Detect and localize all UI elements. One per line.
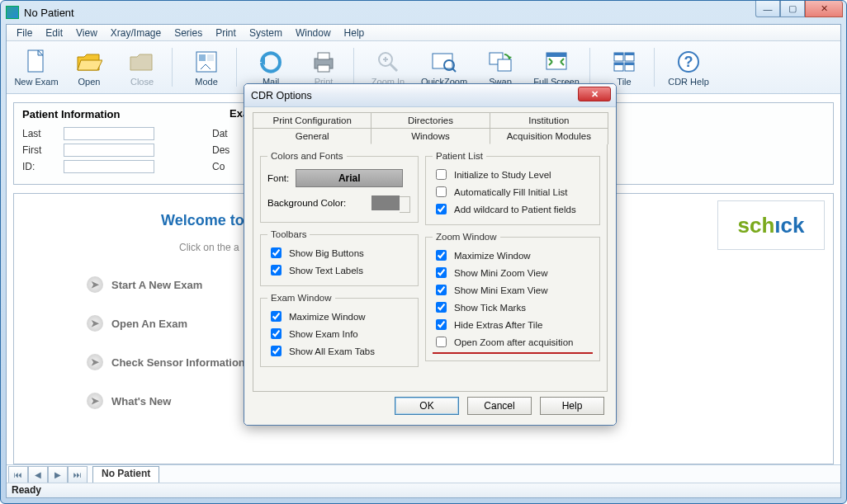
menu-print[interactable]: Print bbox=[209, 26, 243, 40]
tab-general[interactable]: General bbox=[253, 128, 371, 144]
open-icon bbox=[76, 49, 102, 75]
toolbar-close: Close bbox=[116, 43, 168, 92]
checkbox[interactable] bbox=[436, 267, 447, 278]
exam-window-show-all-exam-tabs[interactable]: Show All Exam Tabs bbox=[267, 342, 411, 360]
checkbox[interactable] bbox=[271, 247, 282, 258]
tab-institution[interactable]: Institution bbox=[490, 112, 608, 128]
svg-rect-3 bbox=[207, 54, 214, 61]
text-input[interactable] bbox=[64, 127, 154, 140]
dialog-title: CDR Options bbox=[251, 90, 312, 101]
status-bar: Ready bbox=[7, 483, 840, 497]
toolbar-open[interactable]: Open bbox=[63, 43, 116, 92]
welcome-item-label: Start A New Exam bbox=[111, 279, 202, 291]
help-button[interactable]: Help bbox=[540, 397, 604, 415]
zoom-window-group: Zoom Window Maximize WindowShow Mini Zoo… bbox=[425, 232, 600, 361]
checkbox[interactable] bbox=[436, 319, 447, 330]
menu-system[interactable]: System bbox=[243, 26, 289, 40]
highlight-underline bbox=[433, 352, 593, 354]
checkbox-label: Show All Exam Tabs bbox=[289, 346, 375, 356]
window-title: No Patient bbox=[24, 7, 74, 19]
welcome-item-open-an-exam[interactable]: ➤Open An Exam bbox=[87, 315, 187, 332]
toolbar-label: Open bbox=[78, 77, 101, 87]
checkbox[interactable] bbox=[436, 285, 447, 295]
menu-edit[interactable]: Edit bbox=[39, 26, 69, 40]
patient-list-initialize-to-study-level[interactable]: Initialize to Study Level bbox=[433, 166, 593, 183]
toolbars-show-text-labels[interactable]: Show Text Labels bbox=[267, 261, 411, 279]
arrow-circle-icon: ➤ bbox=[87, 354, 103, 370]
menu-help[interactable]: Help bbox=[338, 26, 371, 40]
close-icon bbox=[129, 49, 155, 75]
text-input[interactable] bbox=[64, 160, 154, 173]
checkbox-label: Show Big Buttons bbox=[289, 248, 364, 258]
arrow-circle-icon: ➤ bbox=[87, 276, 103, 293]
zoom-window-show-mini-exam-view[interactable]: Show Mini Exam View bbox=[433, 281, 593, 299]
checkbox[interactable] bbox=[271, 311, 282, 322]
tab-acquisition-modules[interactable]: Acquisition Modules bbox=[490, 128, 608, 144]
nav-prev-button[interactable]: ◀ bbox=[28, 466, 48, 483]
exam-window-show-exam-info[interactable]: Show Exam Info bbox=[267, 325, 411, 342]
welcome-item-start-a-new-exam[interactable]: ➤Start A New Exam bbox=[87, 276, 202, 293]
mail-icon bbox=[258, 49, 284, 75]
zoom-window-open-zoom-after-acquisition[interactable]: Open Zoom after acquisition bbox=[433, 333, 593, 351]
zoom-window-show-mini-zoom-view[interactable]: Show Mini Zoom View bbox=[433, 264, 593, 281]
tab-directories[interactable]: Directories bbox=[371, 112, 490, 128]
checkbox-label: Show Mini Exam View bbox=[454, 285, 548, 295]
menu-xrayimage[interactable]: Xray/Image bbox=[104, 26, 168, 40]
cancel-button[interactable]: Cancel bbox=[467, 397, 532, 415]
maximize-button[interactable]: ▢ bbox=[780, 1, 805, 17]
colors-and-fonts-group: Colors and Fonts Font: Arial Background … bbox=[260, 151, 419, 223]
checkbox[interactable] bbox=[271, 265, 282, 276]
checkbox[interactable] bbox=[436, 302, 447, 313]
field-label: Last bbox=[22, 128, 64, 139]
exam-window-maximize-window[interactable]: Maximize Window bbox=[267, 308, 411, 325]
text-input[interactable] bbox=[64, 144, 154, 157]
toolbar-new-exam[interactable]: New Exam bbox=[10, 43, 63, 92]
toolbars-show-big-buttons[interactable]: Show Big Buttons bbox=[267, 244, 411, 261]
toolbar-label: New Exam bbox=[14, 77, 58, 87]
welcome-item-check-sensor-information[interactable]: ➤Check Sensor Information bbox=[87, 354, 245, 370]
zoom-window-show-tick-marks[interactable]: Show Tick Marks bbox=[433, 299, 593, 316]
zoom-window-maximize-window[interactable]: Maximize Window bbox=[433, 247, 593, 264]
toolbar-cdr-help[interactable]: ?CDR Help bbox=[662, 43, 715, 92]
checkbox-label: Hide Extras After Tile bbox=[454, 320, 542, 330]
checkbox[interactable] bbox=[436, 250, 447, 261]
checkbox-label: Open Zoom after acquisition bbox=[454, 337, 573, 347]
brand-logo: schıck bbox=[717, 200, 825, 250]
title-bar[interactable]: No Patient — ▢ ✕ bbox=[1, 1, 846, 24]
dialog-title-bar[interactable]: CDR Options ✕ bbox=[244, 84, 616, 107]
menu-view[interactable]: View bbox=[69, 26, 104, 40]
zoom-window-hide-extras-after-tile[interactable]: Hide Extras After Tile bbox=[433, 316, 593, 333]
patient-list-automatically-fill-initial-list[interactable]: Automatically Fill Initial List bbox=[433, 183, 593, 200]
nav-last-button[interactable]: ⏭ bbox=[68, 466, 88, 483]
bg-color-button[interactable] bbox=[371, 195, 400, 210]
menu-window[interactable]: Window bbox=[289, 26, 338, 40]
patient-list-add-wildcard-to-patient-fields[interactable]: Add wildcard to Patient fields bbox=[433, 200, 593, 218]
document-tab[interactable]: No Patient bbox=[92, 466, 159, 483]
svg-rect-25 bbox=[625, 63, 634, 65]
toolbar-separator bbox=[236, 48, 241, 87]
svg-rect-24 bbox=[614, 63, 623, 65]
minimize-button[interactable]: — bbox=[755, 1, 780, 17]
svg-rect-6 bbox=[318, 65, 329, 72]
nav-next-button[interactable]: ▶ bbox=[48, 466, 68, 483]
welcome-item-what's-new[interactable]: ➤What's New bbox=[87, 393, 171, 409]
checkbox[interactable] bbox=[271, 346, 282, 356]
menu-bar[interactable]: FileEditViewXray/ImageSeriesPrintSystemW… bbox=[7, 25, 840, 41]
checkbox[interactable] bbox=[436, 204, 447, 214]
checkbox[interactable] bbox=[436, 186, 447, 197]
checkbox[interactable] bbox=[271, 328, 282, 339]
checkbox[interactable] bbox=[436, 169, 447, 180]
svg-text:?: ? bbox=[684, 54, 693, 70]
tab-windows[interactable]: Windows bbox=[371, 128, 490, 144]
dialog-close-button[interactable]: ✕ bbox=[578, 87, 611, 101]
svg-rect-17 bbox=[547, 53, 566, 57]
menu-series[interactable]: Series bbox=[168, 26, 209, 40]
font-button[interactable]: Arial bbox=[296, 169, 403, 187]
nav-first-button[interactable]: ⏮ bbox=[8, 466, 28, 483]
tab-print-configuration[interactable]: Print Configuration bbox=[253, 112, 371, 128]
menu-file[interactable]: File bbox=[10, 26, 39, 40]
checkbox[interactable] bbox=[436, 337, 447, 347]
close-button[interactable]: ✕ bbox=[805, 1, 843, 17]
toolbar-mode[interactable]: Mode bbox=[180, 43, 233, 92]
ok-button[interactable]: OK bbox=[395, 397, 459, 415]
